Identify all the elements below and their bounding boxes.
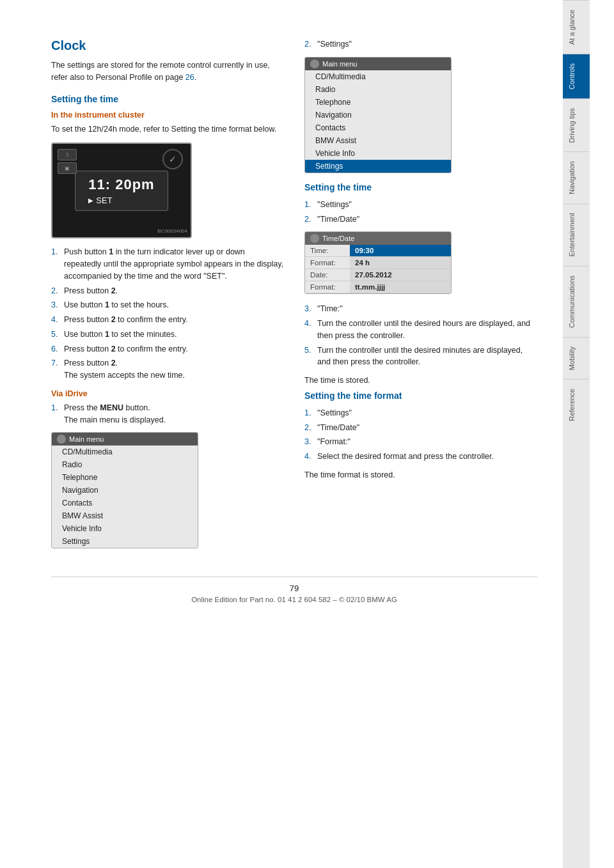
step2-list: 2. "Settings" [304, 38, 537, 50]
idrive-steps: 1. Press the MENU button.The main menu i… [51, 402, 284, 426]
format-step-num-1: 1. [304, 407, 311, 419]
cluster-time: 11: 20pm [88, 176, 154, 193]
cluster-display: 11: 20pm SET [75, 171, 168, 211]
td-label-format2: Format: [305, 281, 350, 293]
menu-header-left: Main menu [52, 433, 198, 446]
menu-item-cdmultimedia-left: CD/Multimedia [52, 446, 198, 458]
format-step-num-2: 2. [304, 422, 311, 434]
sidebar-tab-at-a-glance[interactable]: At a glance [563, 0, 590, 54]
td-label-format1: Format: [305, 257, 350, 268]
menu-item-contacts-right: Contacts [305, 121, 451, 134]
cluster-set: SET [88, 196, 154, 205]
sidebar-tab-mobility[interactable]: Mobility [563, 337, 590, 379]
time-steps-list: 1. "Settings" 2. "Time/Date" [304, 199, 537, 226]
menu-header-icon [57, 435, 66, 444]
td-value-format1: 24 h [350, 257, 451, 268]
cluster-decorations: ✓ [162, 149, 183, 169]
menu-item-radio-left: Radio [52, 458, 198, 471]
via-idrive-heading: Via iDrive [51, 389, 284, 398]
menu-header-text-right: Main menu [322, 60, 357, 68]
right-step-num-2: 2. [304, 38, 311, 50]
format-steps-list: 1. "Settings" 2. "Time/Date" 3. "Format:… [304, 407, 537, 463]
td-value-time: 09:30 [350, 245, 451, 256]
format-step-4: 4. Select the desired format and press t… [304, 451, 537, 463]
timedate-header-text: Time/Date [322, 235, 354, 242]
right-setting-time-heading: Setting the time [304, 182, 537, 192]
sidebar-tab-reference[interactable]: Reference [563, 379, 590, 430]
time-step2-4: 4. Turn the controller until the desired… [304, 318, 537, 342]
footer-text: Online Edition for Part no. 01 41 2 604 … [51, 596, 537, 603]
step-num-2: 2. [51, 285, 58, 297]
steps-list-left: 1. Push button 1 in the turn indicator l… [51, 246, 284, 382]
two-col-layout: Clock The settings are stored for the re… [51, 38, 537, 557]
format-step-2: 2. "Time/Date" [304, 422, 537, 434]
time-step2-5: 5. Turn the controller until the desired… [304, 345, 537, 369]
time-step2-num-3: 3. [304, 303, 311, 315]
sidebar-tab-communications[interactable]: Communications [563, 266, 590, 337]
timedate-header: Time/Date [305, 232, 451, 245]
menu-header-right: Main menu [305, 58, 451, 70]
time-step-num-1: 1. [304, 199, 311, 211]
instrument-cluster-heading: In the instrument cluster [51, 111, 284, 120]
step-7: 7. Press button 2.The system accepts the… [51, 357, 284, 382]
step-num-3: 3. [51, 299, 58, 311]
watermark: BC00034004 [157, 228, 187, 234]
td-value-date: 27.05.2012 [350, 269, 451, 281]
time-step2-num-4: 4. [304, 318, 311, 330]
instrument-body: To set the 12h/24h mode, refer to Settin… [51, 123, 284, 136]
step-num-4: 4. [51, 314, 58, 326]
page-wrapper: Clock The settings are stored for the re… [0, 0, 614, 868]
time-step2-3: 3. "Time:" [304, 303, 537, 315]
td-label-date: Date: [305, 269, 350, 281]
sidebar-tab-controls[interactable]: Controls [563, 54, 590, 98]
menu-item-contacts-left: Contacts [52, 497, 198, 509]
instrument-cluster-image: ⇧ ▣ ✓ 11: 20pm SET BC00034004 [51, 143, 192, 238]
menu-screenshot-right: Main menu CD/Multimedia Radio Telephone … [304, 57, 452, 173]
cluster-circle: ✓ [162, 149, 183, 169]
step-num-5: 5. [51, 329, 58, 341]
menu-item-radio-right: Radio [305, 83, 451, 96]
intro-text: The settings are stored for the remote c… [51, 59, 284, 84]
menu-item-bmwassist-left: BMW Assist [52, 509, 198, 522]
td-row-format1: Format: 24 h [305, 257, 451, 269]
sidebar-tab-navigation[interactable]: Navigation [563, 151, 590, 203]
menu-item-navigation-right: Navigation [305, 109, 451, 121]
td-label-time: Time: [305, 245, 350, 256]
td-row-date: Date: 27.05.2012 [305, 269, 451, 281]
page-number: 79 [51, 584, 537, 593]
format-step-1: 1. "Settings" [304, 407, 537, 419]
page-footer: 79 Online Edition for Part no. 01 41 2 6… [51, 577, 537, 603]
menu-item-settings-left: Settings [52, 535, 198, 548]
menu-item-cdmultimedia-right: CD/Multimedia [305, 70, 451, 83]
time-stored-text: The time is stored. [304, 375, 537, 387]
menu-screenshot-left: Main menu CD/Multimedia Radio Telephone … [51, 432, 198, 548]
cluster-icon-1: ⇧ [58, 149, 77, 160]
menu-item-telephone-right: Telephone [305, 96, 451, 109]
time-step-2: 2. "Time/Date" [304, 213, 537, 226]
menu-item-navigation-left: Navigation [52, 484, 198, 497]
left-column: Clock The settings are stored for the re… [51, 38, 284, 557]
right-sidebar: At a glance Controls Driving tips Naviga… [563, 0, 590, 868]
td-value-format2: tt.mm.jjjj [350, 281, 451, 293]
step-3: 3. Use button 1 to set the hours. [51, 299, 284, 311]
step-1: 1. Push button 1 in the turn indicator l… [51, 246, 284, 282]
format-step-num-3: 3. [304, 436, 311, 448]
step-4: 4. Press button 2 to confirm the entry. [51, 314, 284, 326]
menu-item-vehicleinfo-left: Vehicle Info [52, 522, 198, 535]
right-column: 2. "Settings" Main menu CD/Multimedia Ra… [304, 38, 537, 557]
intro-link[interactable]: 26 [185, 73, 194, 82]
step-2: 2. Press button 2. [51, 285, 284, 297]
step-5: 5. Use button 1 to set the minutes. [51, 329, 284, 341]
time-step-1: 1. "Settings" [304, 199, 537, 211]
sidebar-tab-entertainment[interactable]: Entertainment [563, 203, 590, 265]
cluster-check-icon: ✓ [169, 154, 177, 164]
step-num-1: 1. [51, 246, 58, 258]
menu-header-text-left: Main menu [69, 435, 104, 443]
idrive-step-1: 1. Press the MENU button.The main menu i… [51, 402, 284, 426]
page-title: Clock [51, 38, 284, 53]
menu-item-bmwassist-right: BMW Assist [305, 134, 451, 147]
cluster-icon-2: ▣ [58, 162, 77, 174]
sidebar-tab-driving-tips[interactable]: Driving tips [563, 98, 590, 151]
time-steps2-list: 3. "Time:" 4. Turn the controller until … [304, 303, 537, 368]
setting-time-heading: Setting the time [51, 94, 284, 104]
